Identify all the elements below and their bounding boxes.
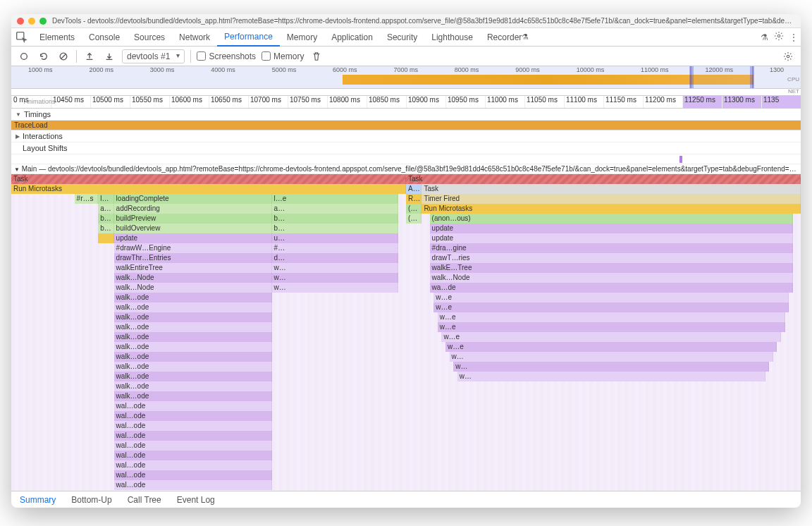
flame-segment[interactable]: Run Microtasks xyxy=(11,184,406,194)
flame-segment[interactable]: w… xyxy=(272,283,398,293)
details-tab-call-tree[interactable]: Call Tree xyxy=(125,494,164,506)
flame-segment[interactable]: walk…ode xyxy=(114,352,272,362)
flame-segment[interactable]: wal…ode xyxy=(114,451,272,460)
panel-tab-memory[interactable]: Memory xyxy=(280,28,324,47)
flame-segment[interactable]: wal…ode xyxy=(114,431,272,441)
layout-shifts-track[interactable] xyxy=(11,154,801,164)
flame-segment[interactable]: (anon…ous) xyxy=(430,214,793,224)
inspect-element-icon[interactable] xyxy=(16,31,28,44)
flame-segment[interactable]: walk…ode xyxy=(114,381,272,391)
layout-shifts-header[interactable]: Layout Shifts xyxy=(11,142,801,154)
selection-left-handle[interactable] xyxy=(689,66,694,88)
flame-segment[interactable]: b… xyxy=(98,224,113,233)
flame-segment[interactable]: a… xyxy=(272,204,398,214)
timings-track-header[interactable]: ▼Timings xyxy=(11,109,801,121)
flame-segment[interactable]: w…e xyxy=(441,332,781,342)
flame-segment[interactable]: update xyxy=(430,233,793,243)
panel-tab-lighthouse[interactable]: Lighthouse xyxy=(424,28,480,47)
layout-shift-mark[interactable] xyxy=(679,156,682,163)
panel-tab-sources[interactable]: Sources xyxy=(127,28,172,47)
upload-button[interactable] xyxy=(82,49,97,63)
flame-segment[interactable]: walk…ode xyxy=(114,391,272,401)
flame-segment[interactable]: Task xyxy=(406,174,801,184)
maximize-icon[interactable] xyxy=(39,18,47,25)
flame-segment[interactable]: w…e xyxy=(433,302,789,312)
flame-segment[interactable]: Run Microtasks xyxy=(422,204,801,214)
flame-segment[interactable]: w…e xyxy=(438,312,785,322)
flame-segment[interactable]: buildPreview xyxy=(114,214,272,224)
flame-segment[interactable]: walk…ode xyxy=(114,293,272,302)
recording-selector[interactable]: devtools #1 xyxy=(122,49,185,63)
flame-segment[interactable] xyxy=(98,233,113,243)
flame-segment[interactable]: w…e xyxy=(433,293,789,302)
panel-tab-console[interactable]: Console xyxy=(82,28,127,47)
flame-segment[interactable]: wal…ode xyxy=(114,480,272,490)
flame-segment[interactable]: u… xyxy=(272,233,398,243)
flame-segment[interactable]: w…e xyxy=(438,322,785,332)
panel-tab-network[interactable]: Network xyxy=(172,28,217,47)
panel-tab-security[interactable]: Security xyxy=(380,28,424,47)
details-tab-bottom-up[interactable]: Bottom-Up xyxy=(68,494,114,506)
flame-segment[interactable]: walk…ode xyxy=(114,312,272,322)
flame-segment[interactable]: Task xyxy=(11,174,406,184)
flame-segment[interactable]: addRecording xyxy=(114,204,272,214)
flame-segment[interactable]: b… xyxy=(98,214,113,224)
perf-settings-gear-icon[interactable] xyxy=(781,49,795,63)
flame-segment[interactable]: walk…Node xyxy=(430,273,793,283)
flame-segment[interactable]: l…e xyxy=(272,194,398,204)
flame-segment[interactable]: b… xyxy=(272,214,398,224)
flask-icon[interactable]: ⚗ xyxy=(761,32,768,42)
overview-minimap[interactable]: 1000 ms2000 ms3000 ms4000 ms5000 ms6000 … xyxy=(11,66,801,89)
flame-segment[interactable]: w… xyxy=(457,372,765,381)
flame-segment[interactable]: w… xyxy=(272,263,398,273)
panel-tab-application[interactable]: Application xyxy=(324,28,380,47)
flame-chart[interactable]: TaskRun Microtasks#r…sl…loadingCompletel… xyxy=(11,174,801,491)
flame-segment[interactable]: drawT…ries xyxy=(430,253,793,263)
panel-tab-elements[interactable]: Elements xyxy=(32,28,82,47)
flame-segment[interactable]: wa…de xyxy=(430,283,793,293)
flame-segment[interactable]: walk…Node xyxy=(114,273,272,283)
flame-segment[interactable]: walk…ode xyxy=(114,322,272,332)
flame-segment[interactable]: walk…ode xyxy=(114,332,272,342)
flame-segment[interactable]: w…e xyxy=(445,342,777,352)
flame-segment[interactable]: walk…ode xyxy=(114,302,272,312)
screenshots-checkbox[interactable]: Screenshots xyxy=(197,51,256,61)
flame-segment[interactable]: #r…s xyxy=(75,194,99,204)
flame-segment[interactable]: l… xyxy=(98,194,113,204)
details-tab-summary[interactable]: Summary xyxy=(17,494,59,506)
flame-segment[interactable]: A… xyxy=(406,184,422,194)
details-tab-event-log[interactable]: Event Log xyxy=(174,494,218,506)
flame-segment[interactable]: w… xyxy=(272,273,398,283)
flame-segment[interactable]: #drawW…Engine xyxy=(114,243,272,253)
flame-segment[interactable]: w… xyxy=(450,352,773,362)
interactions-track-header[interactable]: ▶Interactions xyxy=(11,130,801,142)
time-ruler[interactable]: Animations 0 ms10450 ms10500 ms10550 ms1… xyxy=(11,96,801,109)
panel-tab-performance[interactable]: Performance xyxy=(217,28,280,47)
flame-segment[interactable]: walkE…Tree xyxy=(430,263,793,273)
flame-segment[interactable]: wal…ode xyxy=(114,401,272,411)
flame-segment[interactable]: loadingComplete xyxy=(114,194,272,204)
memory-checkbox[interactable]: Memory xyxy=(262,51,304,61)
flame-segment[interactable]: Timer Fired xyxy=(422,194,801,204)
flame-segment[interactable]: R… xyxy=(406,194,422,204)
clear-button[interactable] xyxy=(56,49,70,63)
flame-segment[interactable]: #… xyxy=(272,243,398,253)
flame-segment[interactable]: w… xyxy=(453,362,769,372)
reload-button[interactable] xyxy=(37,49,51,63)
flame-segment[interactable]: walkEntireTree xyxy=(114,263,272,273)
flame-segment[interactable]: wal…ode xyxy=(114,411,272,421)
flame-segment[interactable]: #dra…gine xyxy=(430,243,793,253)
flame-segment[interactable]: d… xyxy=(272,253,398,263)
flame-segment[interactable]: drawThr…Entries xyxy=(114,253,272,263)
close-icon[interactable] xyxy=(17,18,24,25)
flame-segment[interactable]: walk…ode xyxy=(114,342,272,352)
trash-button[interactable] xyxy=(309,49,324,63)
selection-right-handle[interactable] xyxy=(750,66,754,88)
flame-segment[interactable]: (…) xyxy=(406,204,422,214)
flame-segment[interactable]: update xyxy=(114,233,272,243)
flame-segment[interactable]: wal…ode xyxy=(114,441,272,451)
flame-segment[interactable]: wal…ode xyxy=(114,460,272,470)
overview-selection[interactable] xyxy=(690,66,753,88)
flame-segment[interactable]: walk…ode xyxy=(114,362,272,372)
minimize-icon[interactable] xyxy=(28,18,35,25)
